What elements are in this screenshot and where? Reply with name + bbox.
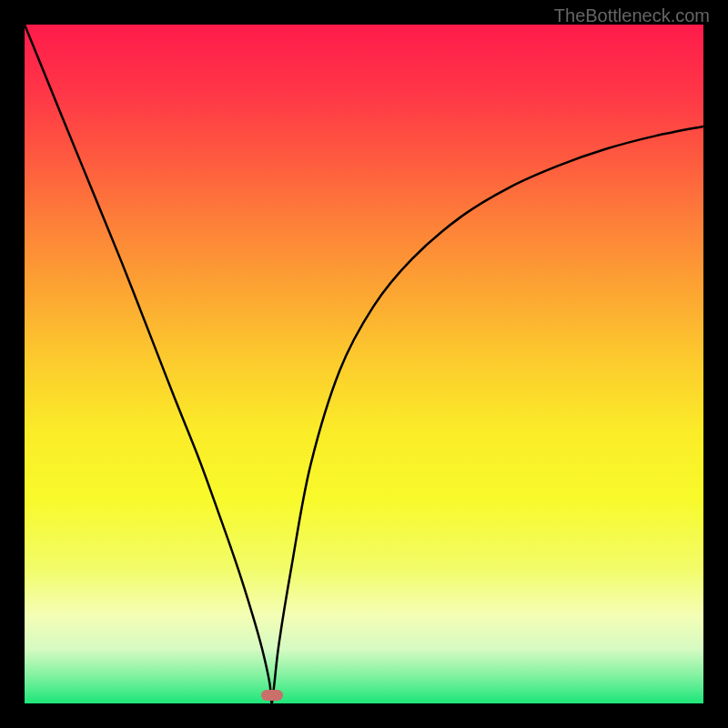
bottleneck-curve	[25, 25, 703, 703]
plot-area	[25, 25, 703, 703]
minimum-marker	[261, 690, 283, 701]
watermark-text: TheBottleneck.com	[554, 5, 710, 26]
